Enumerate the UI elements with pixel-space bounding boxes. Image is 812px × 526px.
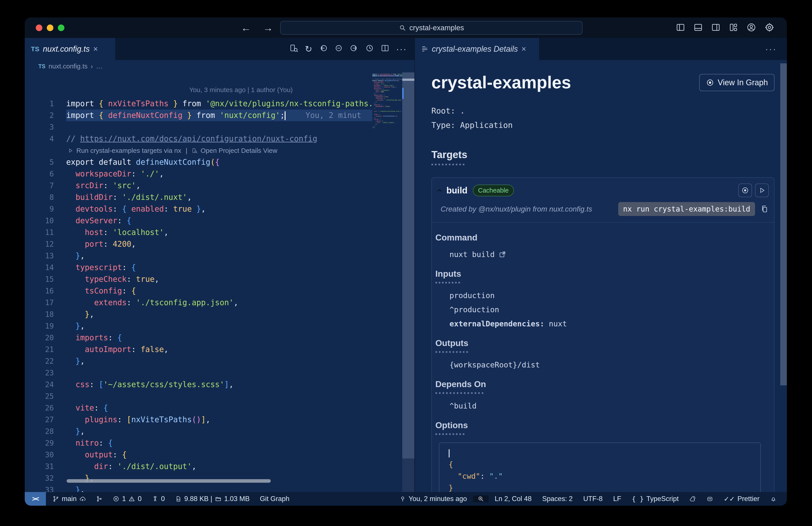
more-actions-icon[interactable]: ··· xyxy=(396,44,407,54)
status-item-git-graph[interactable]: Git Graph xyxy=(255,495,294,503)
minimize-window-button[interactable] xyxy=(47,25,54,31)
codelens[interactable]: Run crystal-examples targets via nx|Open… xyxy=(25,145,415,156)
code-line[interactable]: 5export default defineNuxtConfig({ xyxy=(25,156,415,168)
view-target-in-graph-button[interactable] xyxy=(738,184,752,197)
tab-nuxt-config[interactable]: TS nuxt.config.ts × xyxy=(25,38,115,60)
breadcrumb[interactable]: TS nuxt.config.ts › … xyxy=(25,60,415,72)
code-line[interactable]: 27 plugins: [nxViteTsPaths()], xyxy=(25,414,415,426)
code-editor[interactable]: You, 3 minutes ago | 1 author (You)1impo… xyxy=(25,72,415,492)
code-line[interactable]: 22 }, xyxy=(25,355,415,367)
status-item-line-blame[interactable]: You, 2 minutes ago xyxy=(395,495,471,503)
breadcrumb-file[interactable]: nuxt.config.ts xyxy=(48,62,88,70)
layout-panel-icon[interactable] xyxy=(693,23,703,33)
nav-forward-circle-icon[interactable] xyxy=(350,44,359,55)
code-line[interactable]: 7 srcDir: 'src', xyxy=(25,180,415,191)
nav-back-circle-icon[interactable] xyxy=(319,44,328,55)
panel-scrollbar[interactable] xyxy=(780,63,787,385)
eye-icon xyxy=(706,79,714,87)
status-item-prettier[interactable]: ✓✓Prettier xyxy=(719,495,764,503)
status-item-zoom-indicator[interactable] xyxy=(473,496,489,502)
code-line[interactable]: 12 port: 4200, xyxy=(25,238,415,250)
code-line[interactable]: 8 buildDir: './dist/.nuxt', xyxy=(25,191,415,203)
target-name[interactable]: build xyxy=(446,185,467,196)
command-center-search[interactable]: crystal-examples xyxy=(280,21,582,35)
layout-customize-icon[interactable] xyxy=(729,23,738,33)
code-line[interactable]: 29 nitro: { xyxy=(25,437,415,449)
code-line[interactable]: 2import { defineNuxtConfig } from 'nuxt/… xyxy=(25,110,415,121)
code-line[interactable]: 18 }, xyxy=(25,309,415,320)
status-item-encoding[interactable]: UTF-8 xyxy=(579,495,607,503)
code-line[interactable]: 9 devtools: { enabled: true }, xyxy=(25,203,415,215)
code-line[interactable]: 23 xyxy=(25,367,415,379)
code-line[interactable]: 17 extends: './tsconfig.app.json', xyxy=(25,297,415,309)
editor-vertical-scrollbar[interactable] xyxy=(402,72,415,492)
status-item-ports[interactable]: 0 xyxy=(147,495,169,503)
status-item-problems[interactable]: 10 xyxy=(108,495,146,503)
code-line[interactable]: 13 }, xyxy=(25,250,415,262)
split-editor-icon[interactable] xyxy=(381,44,389,55)
nx-run-command-chip[interactable]: nx run crystal-examples:build xyxy=(618,202,755,216)
code-line[interactable]: 1import { nxViteTsPaths } from '@nx/vite… xyxy=(25,98,415,110)
close-tab-icon[interactable]: × xyxy=(521,44,526,54)
code-line[interactable]: 19 }, xyxy=(25,320,415,332)
status-item-branch-main[interactable]: main xyxy=(48,495,90,503)
status-item-eol[interactable]: LF xyxy=(609,495,626,503)
status-item-squirrel-extension[interactable] xyxy=(685,496,700,502)
nav-forward-icon[interactable]: → xyxy=(263,22,273,34)
editor-group: TS nuxt.config.ts › … You, 3 minutes ago… xyxy=(25,60,415,492)
close-tab-icon[interactable]: × xyxy=(93,44,98,54)
line-number: 25 xyxy=(25,392,66,401)
maximize-window-button[interactable] xyxy=(58,25,64,31)
code-line[interactable]: 28 }, xyxy=(25,426,415,437)
code-line[interactable]: 11 host: 'localhost', xyxy=(25,227,415,238)
status-item-indentation[interactable]: Spaces: 2 xyxy=(538,495,577,503)
code-line[interactable]: 20 imports: { xyxy=(25,332,415,344)
copy-icon[interactable] xyxy=(760,205,769,213)
editor-horizontal-scrollbar[interactable] xyxy=(67,479,271,483)
code-line[interactable]: 10 devServer: { xyxy=(25,215,415,227)
status-item-file-size[interactable]: 9.88 KB |1.03 MB xyxy=(171,495,254,503)
code-line[interactable]: 15 typeCheck: true, xyxy=(25,273,415,285)
open-external-icon[interactable] xyxy=(499,251,506,258)
view-in-graph-button[interactable]: View In Graph xyxy=(699,74,774,91)
account-icon[interactable] xyxy=(746,22,756,33)
minimap[interactable]: import { nxViteTsPaths } from '@nx/vite/… xyxy=(372,73,402,132)
status-item-notifications[interactable] xyxy=(766,496,781,502)
refresh-icon[interactable]: ↻ xyxy=(305,44,313,54)
timeline-icon[interactable] xyxy=(365,44,374,55)
code-line[interactable]: 26 vite: { xyxy=(25,402,415,414)
chevron-up-icon[interactable] xyxy=(436,187,443,194)
status-item-source-control-graph[interactable] xyxy=(91,496,107,502)
code-line[interactable]: 31 dir: './dist/.output', xyxy=(25,461,415,472)
code-line[interactable]: 25 xyxy=(25,390,415,402)
layout-sidebar-right-icon[interactable] xyxy=(711,23,721,33)
settings-gear-icon[interactable] xyxy=(764,22,774,33)
status-item-cursor-position[interactable]: Ln 2, Col 48 xyxy=(490,495,536,503)
options-code-editor[interactable]: { "cwd": "."} xyxy=(439,442,761,492)
minimap-line: css: ['~/assets/css/styles.scss'], xyxy=(372,110,402,112)
open-changes-icon[interactable] xyxy=(290,44,298,55)
code-line[interactable]: 16 tsConfig: { xyxy=(25,285,415,297)
code-line[interactable]: 4// https://nuxt.com/docs/api/configurat… xyxy=(25,133,415,145)
status-item-language-mode[interactable]: { }TypeScript xyxy=(627,495,683,503)
status-item-extension-face[interactable] xyxy=(702,496,717,502)
error-circle-icon xyxy=(113,496,119,502)
code-line[interactable]: 3 xyxy=(25,121,415,133)
code-line[interactable]: 21 autoImport: false, xyxy=(25,344,415,355)
code-line[interactable]: 30 output: { xyxy=(25,449,415,461)
code-line[interactable]: 6 workspaceDir: './', xyxy=(25,168,415,180)
run-target-button[interactable] xyxy=(755,184,769,197)
nav-stop-circle-icon[interactable] xyxy=(334,44,343,55)
close-window-button[interactable] xyxy=(36,25,42,31)
nav-back-icon[interactable]: ← xyxy=(241,22,251,34)
code-line-content: devServer: { xyxy=(66,215,372,227)
remote-indicator[interactable]: >< xyxy=(25,492,46,506)
more-actions-icon[interactable]: ··· xyxy=(765,38,777,60)
code-line[interactable]: 33 }, xyxy=(25,484,415,492)
layout-sidebar-left-icon[interactable] xyxy=(676,23,685,33)
code-line[interactable]: 14 typescript: { xyxy=(25,262,415,273)
breadcrumb-symbol[interactable]: … xyxy=(96,62,103,70)
eye-icon xyxy=(741,186,749,194)
tab-project-details[interactable]: crystal-examples Details × xyxy=(415,38,539,60)
code-line[interactable]: 24 css: ['~/assets/css/styles.scss'], xyxy=(25,379,415,390)
